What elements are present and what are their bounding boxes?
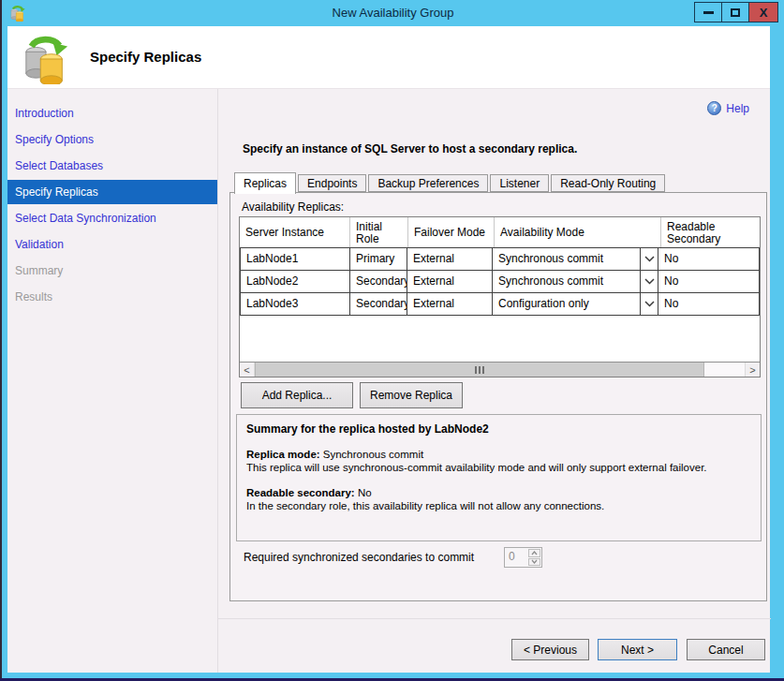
window-title: New Availability Group — [2, 0, 784, 26]
tab-strip: Replicas Endpoints Backup Preferences Li… — [234, 171, 667, 193]
window-controls: X — [695, 2, 778, 22]
wizard-steps-sidebar: Introduction Specify Options Select Data… — [7, 89, 217, 673]
scroll-left-icon[interactable]: < — [240, 363, 255, 377]
tab-replicas[interactable]: Replicas — [234, 172, 296, 194]
minimize-button[interactable] — [694, 2, 722, 22]
summary-title: Summary for the replica hosted by LabNod… — [246, 422, 751, 436]
replica-mode-value: Synchronous commit — [320, 449, 424, 460]
titlebar: New Availability Group X — [2, 0, 784, 26]
maximize-icon — [731, 8, 740, 17]
wizard-header: Specify Replicas — [7, 26, 770, 89]
column-header-initial-role[interactable]: Initial Role — [350, 217, 408, 248]
cell-failover-mode: External — [407, 247, 493, 271]
sidebar-item-specify-options[interactable]: Specify Options — [7, 126, 217, 153]
sidebar-item-specify-replicas[interactable]: Specify Replicas — [7, 180, 217, 204]
availability-replicas-grid: Server Instance Initial Role Failover Mo… — [239, 216, 761, 378]
chevron-down-icon — [531, 559, 538, 564]
close-button[interactable]: X — [748, 2, 778, 22]
window-left-edge — [0, 0, 2, 681]
column-header-availability-mode[interactable]: Availability Mode — [495, 217, 661, 248]
cell-initial-role: Secondary — [349, 270, 407, 293]
sidebar-item-results: Results — [7, 284, 217, 310]
dropdown-selected-value: Configuration only — [493, 293, 640, 315]
commit-secondaries-spinner[interactable]: 0 — [504, 547, 542, 568]
readable-secondary-description: In the secondary role, this availability… — [246, 499, 751, 512]
tab-listener[interactable]: Listener — [490, 174, 549, 192]
cell-server-instance[interactable]: LabNode2 — [240, 270, 350, 293]
grid-header-row: Server Instance Initial Role Failover Mo… — [240, 217, 760, 248]
sidebar-item-validation[interactable]: Validation — [7, 231, 217, 258]
replica-mode-description: This replica will use synchronous-commit… — [246, 461, 751, 474]
readable-secondary-line: Readable secondary: No — [246, 486, 751, 499]
spinner-value[interactable]: 0 — [505, 548, 527, 567]
cell-server-instance[interactable]: LabNode3 — [240, 292, 350, 316]
tab-backup-preferences[interactable]: Backup Preferences — [368, 174, 488, 192]
cell-failover-mode: External — [407, 270, 493, 293]
maximize-button[interactable] — [721, 2, 749, 22]
sidebar-item-select-data-synchronization[interactable]: Select Data Synchronization — [7, 205, 217, 231]
cell-initial-role: Primary — [349, 247, 407, 271]
sidebar-item-select-databases[interactable]: Select Databases — [7, 153, 217, 179]
page-title: Specify Replicas — [90, 49, 201, 65]
app-database-icon — [9, 5, 26, 22]
cell-server-instance[interactable]: LabNode1 — [240, 247, 350, 271]
scrollbar-track[interactable] — [704, 363, 745, 377]
readable-secondary-cell[interactable]: No — [658, 247, 760, 271]
grip-icon — [475, 366, 477, 374]
close-icon: X — [760, 7, 768, 19]
spacer — [246, 474, 751, 486]
table-row: LabNode2 Secondary External Synchronous … — [240, 270, 760, 293]
help-label: Help — [726, 102, 749, 115]
readable-secondary-cell[interactable]: No — [658, 292, 760, 316]
chevron-down-icon[interactable] — [640, 293, 658, 315]
next-button[interactable]: Next > — [598, 639, 677, 660]
scroll-right-icon[interactable]: > — [745, 363, 760, 377]
chevron-up-icon — [531, 551, 538, 555]
replicas-database-icon — [22, 34, 69, 84]
replica-mode-line: Replica mode: Synchronous commit — [246, 448, 751, 461]
cell-failover-mode: External — [407, 292, 493, 316]
availability-replicas-label: Availability Replicas: — [242, 200, 344, 214]
column-header-failover-mode[interactable]: Failover Mode — [408, 217, 495, 248]
main-content: ? Help Specify an instance of SQL Server… — [217, 89, 770, 673]
cancel-button[interactable]: Cancel — [687, 639, 765, 660]
dropdown-selected-value: Synchronous commit — [493, 248, 640, 270]
cell-initial-role: Secondary — [349, 292, 407, 316]
footer-divider — [218, 618, 771, 619]
instruction-text: Specify an instance of SQL Server to hos… — [243, 142, 577, 155]
column-header-server-instance[interactable]: Server Instance — [240, 217, 350, 248]
replica-mode-label: Replica mode: — [246, 449, 320, 460]
dialog-body: Specify Replicas Introduction Specify Op… — [7, 26, 770, 673]
availability-mode-dropdown[interactable]: Synchronous commit — [492, 270, 658, 293]
previous-button[interactable]: < Previous — [511, 639, 589, 660]
grip-icon — [479, 366, 481, 374]
remove-replica-button[interactable]: Remove Replica — [360, 382, 463, 408]
minimize-icon — [703, 11, 714, 14]
tab-read-only-routing[interactable]: Read-Only Routing — [551, 174, 665, 192]
readable-secondary-cell[interactable]: No — [658, 270, 760, 293]
commit-secondaries-label: Required synchronized secondaries to com… — [244, 551, 474, 564]
add-replica-button[interactable]: Add Replica... — [241, 382, 353, 408]
dropdown-selected-value: Synchronous commit — [493, 271, 640, 292]
replicas-tab-panel: Availability Replicas: Server Instance I… — [229, 192, 767, 601]
readable-secondary-value: No — [355, 487, 372, 498]
sidebar-item-summary: Summary — [7, 258, 217, 284]
tab-endpoints[interactable]: Endpoints — [298, 174, 366, 192]
readable-secondary-label: Readable secondary: — [246, 487, 355, 498]
chevron-down-icon[interactable] — [640, 271, 658, 292]
spinner-up-button[interactable] — [528, 549, 540, 557]
help-icon: ? — [707, 101, 721, 115]
help-link[interactable]: ? Help — [707, 101, 749, 115]
grip-icon — [482, 366, 484, 374]
spinner-down-button[interactable] — [528, 558, 540, 567]
spinner-buttons — [527, 548, 541, 567]
table-row: LabNode3 Secondary External Configuratio… — [240, 292, 760, 316]
scrollbar-thumb[interactable] — [255, 363, 704, 377]
availability-mode-dropdown[interactable]: Synchronous commit — [492, 247, 658, 271]
column-header-readable-secondary[interactable]: Readable Secondary — [661, 217, 760, 248]
horizontal-scrollbar[interactable]: < > — [240, 362, 760, 377]
sidebar-item-introduction[interactable]: Introduction — [7, 100, 217, 126]
replica-summary-box: Summary for the replica hosted by LabNod… — [236, 414, 762, 541]
availability-mode-dropdown[interactable]: Configuration only — [492, 292, 658, 316]
chevron-down-icon[interactable] — [640, 248, 658, 270]
